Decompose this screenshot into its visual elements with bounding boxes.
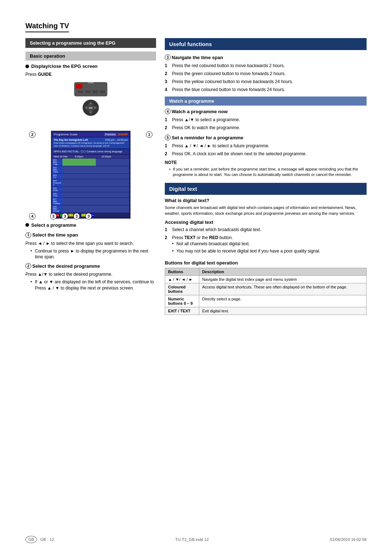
accessing-step-2: 2 Press TEXT or the RED button. Not all … <box>165 234 367 258</box>
display-close-title: Display/close the EPG screen <box>25 63 156 69</box>
table-row: Numericbuttons 0 – 9 Directly select a p… <box>165 295 367 307</box>
epg-row-004: 004Channel 4 <box>52 179 129 186</box>
accessing-step-2-bullets: Not all channels broadcast digital text.… <box>172 241 320 255</box>
accessing-digital: Accessing digital text 1 Select a channe… <box>165 219 367 258</box>
svg-rect-14 <box>85 90 90 93</box>
svg-text:GUIDE: GUIDE <box>88 82 94 84</box>
reminder-step-2: 2 Press OK. A clock icon will be shown n… <box>165 151 367 157</box>
svg-rect-3 <box>92 84 98 89</box>
table-cell-button-4: EXIT / TEXT <box>165 307 199 315</box>
note-title: NOTE <box>165 160 367 165</box>
table-cell-desc-4: Exit digital text. <box>199 307 367 315</box>
step1-bullet1: Continue to press ► to display the progr… <box>30 248 156 260</box>
what-is-title: What is digital text? <box>165 198 367 203</box>
navigate-timespan-section: 3 Navigate the time span 1 Press the red… <box>165 54 367 93</box>
table-row: ▲ / ▼/ ◄ / ► Navigate the digital text i… <box>165 276 367 283</box>
callout-3-bottom2: 3 <box>62 213 68 219</box>
navigate-step-1: 1 Press the red coloured button to move … <box>165 62 367 69</box>
svg-rect-13 <box>78 90 83 93</box>
table-cell-desc-2: Access digital text shortcuts. These are… <box>199 283 367 295</box>
selecting-epg-header: Selecting a programme using the EPG <box>25 38 156 48</box>
step2-section: 2 Select the desired programme Press ▲/▼… <box>25 263 156 291</box>
accessing-step-1: 1 Select a channel which broadcasts digi… <box>165 226 367 233</box>
watch-now-title: 4 Watch a programme now <box>165 108 367 114</box>
epg-screen: Programme Guide Freeview SHARP The Day t… <box>51 131 131 219</box>
callout-2-topleft: 2 <box>29 131 36 138</box>
page-title: Watching TV <box>25 22 69 32</box>
callout-3-uf: 3 <box>165 54 171 60</box>
reminder-title: 5 Set a reminder for a programme <box>165 135 367 140</box>
footer-file: TU-T2_GB.indd 12 <box>175 537 209 542</box>
watch-programme-header: Watch a programme <box>165 97 367 106</box>
table-cell-button-3: Numericbuttons 0 – 9 <box>165 295 199 307</box>
table-cell-desc-3: Directly select a page. <box>199 295 367 307</box>
step2-title: 2 Select the desired programme <box>25 263 156 269</box>
navigate-timespan-title: 3 Navigate the time span <box>165 54 367 60</box>
epg-programme-info: The Day the Immigrants Left 9:00 pm – 10… <box>52 138 129 148</box>
table-row: EXIT / TEXT Exit digital text. <box>165 307 367 315</box>
epg-timeline: Wed 24 Feb 9:30pm 10:30pm <box>52 155 129 158</box>
note-bullet-1: If you set a reminder, just before the p… <box>169 167 367 178</box>
table-row: Colouredbuttons Access digital text shor… <box>165 283 367 295</box>
page-footer: GB GB - 12 TU-T2_GB.indd 12 01/06/2010 1… <box>0 536 392 543</box>
freeview-badge: Freeview <box>104 133 117 136</box>
navigate-steps: 1 Press the red coloured button to move … <box>165 62 367 93</box>
footer-left: GB GB - 12 <box>25 536 54 543</box>
reminder-step-1: 1 Press ▲ / ▼/ ◄ / ► to select a future … <box>165 143 367 149</box>
epg-title: Programme Guide <box>54 133 77 136</box>
accessing-steps: 1 Select a channel which broadcasts digi… <box>165 226 367 258</box>
svg-rect-1 <box>76 84 82 89</box>
navigate-step-3: 3 Press the yellow coloured button to mo… <box>165 78 367 85</box>
epg-row-001: 001BBC ONE <box>52 159 129 166</box>
epg-langs: MFRS AND FACTUAL: ⓘ ☐ Contains some stro… <box>52 149 129 154</box>
accessing-bullet-2: You may not be able to receive digital t… <box>172 248 320 254</box>
callout-1: 1 <box>146 131 152 138</box>
epg-row-006: 006ITV2 <box>52 192 129 197</box>
step1-title: 1 Select the time span <box>25 232 156 238</box>
callout-4-wp: 4 <box>165 108 171 114</box>
svg-rect-15 <box>93 90 98 93</box>
callout-5-wp: 5 <box>165 135 171 140</box>
step1-section: 1 Select the time span Press ◄ / ► to se… <box>25 232 156 260</box>
epg-diagram-area: 2 5 1 Programme Guide Freeview SHARP <box>25 127 156 222</box>
callout-4-bottom: 4 <box>29 213 36 219</box>
epg-row-008: 008BBC FOUR <box>52 205 129 213</box>
watch-now-step-2: 2 Press OK to watch the programme. <box>165 124 367 131</box>
basic-operation-header: Basic operation <box>25 52 156 61</box>
step1-instruction: Press ◄ / ► to select the time span you … <box>25 240 156 247</box>
step2-bullets: If ▲ or ▼ are displayed on the left of t… <box>30 279 156 291</box>
note-bullets: If you set a reminder, just before the p… <box>169 167 367 178</box>
table-header-desc: Description <box>199 268 367 276</box>
page-number: GB - 12 <box>40 537 54 542</box>
remote-diagram: GUIDE OK <box>25 81 156 124</box>
remote-svg: GUIDE OK <box>71 81 111 124</box>
step1-bullets: Continue to press ► to display the progr… <box>30 248 156 260</box>
reminder-section: 5 Set a reminder for a programme 1 Press… <box>165 135 367 178</box>
navigate-step-4: 4 Press the blue coloured button to move… <box>165 86 367 93</box>
epg-row-005: 005FIVE <box>52 187 129 192</box>
gb-badge: GB <box>25 536 37 543</box>
svg-rect-2 <box>84 84 90 89</box>
table-header-buttons: Buttons <box>165 268 199 276</box>
sharp-logo: SHARP <box>118 133 128 136</box>
table-cell-desc-1: Navigate the digital text index page and… <box>199 276 367 283</box>
svg-text:OK: OK <box>89 107 93 109</box>
bullet-icon <box>25 65 29 68</box>
epg-row-002: 002BBC TWO <box>52 166 129 173</box>
svg-rect-16 <box>100 90 105 93</box>
note-box: NOTE If you set a reminder, just before … <box>165 160 367 178</box>
epg-row-003: 003ITV <box>52 174 129 179</box>
buttons-digital-section: Buttons for digital text operation Butto… <box>165 260 367 315</box>
accessing-title: Accessing digital text <box>165 219 367 225</box>
watch-now-steps: 1 Press ▲/▼ to select a programme. 2 Pre… <box>165 116 367 131</box>
what-is-digital: What is digital text? Some channels are … <box>165 198 367 217</box>
digital-table: Buttons Description ▲ / ▼/ ◄ / ► Navigat… <box>165 268 367 315</box>
step2-bullet1: If ▲ or ▼ are displayed on the left of t… <box>30 279 156 291</box>
what-is-text: Some channels are broadcast with digital… <box>165 205 367 217</box>
callout-2-inline: 2 <box>25 263 31 269</box>
epg-row-007: 007BBC THREE <box>52 198 129 205</box>
svg-rect-4 <box>100 84 106 89</box>
press-guide-text: Press GUIDE. <box>25 71 156 78</box>
digital-text-header: Digital text <box>165 183 367 195</box>
callout-3-bottom1: 3 <box>50 213 57 219</box>
